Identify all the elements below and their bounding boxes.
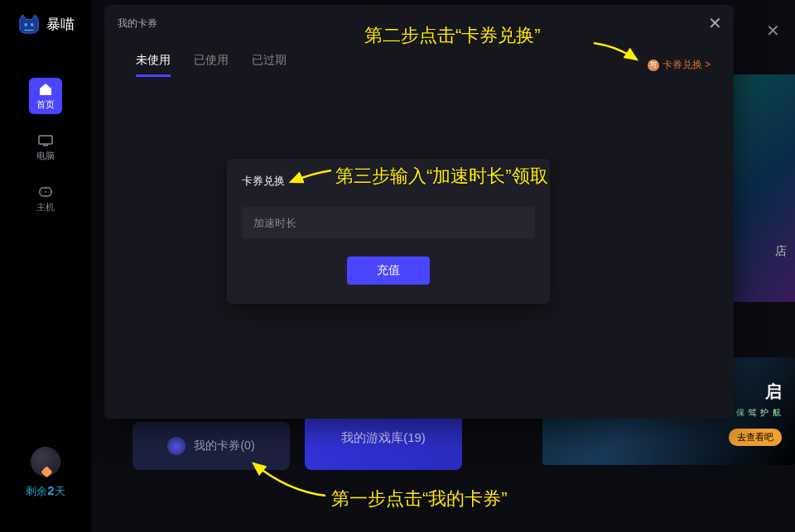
exchange-modal-close-icon[interactable]: ✕ — [530, 167, 540, 180]
svg-point-5 — [45, 191, 46, 193]
svg-rect-3 — [43, 145, 48, 146]
modal-close-icon[interactable]: ✕ — [708, 13, 722, 33]
exchange-modal: 卡券兑换 ✕ 充值 — [227, 159, 550, 304]
remaining-days: 剩余2天 — [26, 483, 65, 499]
recharge-button[interactable]: 充值 — [347, 256, 430, 285]
user-block: 剩余2天 — [26, 447, 65, 499]
exchange-link-label: 卡券兑换 > — [662, 58, 711, 72]
console-icon — [37, 185, 54, 199]
exchange-link[interactable]: 与 卡券兑换 > — [648, 58, 711, 72]
tab-expired[interactable]: 已过期 — [252, 53, 287, 77]
sidebar: 暴喵 首页 电脑 主机 剩余2天 — [0, 0, 91, 532]
nav-label: 首页 — [36, 98, 55, 111]
brand-logo: 暴喵 — [17, 12, 75, 36]
monitor-icon — [37, 133, 54, 148]
nav-pc[interactable]: 电脑 — [29, 129, 62, 165]
modal-title: 我的卡券 — [118, 17, 157, 31]
svg-point-1 — [31, 23, 34, 26]
tabs: 未使用 已使用 已过期 — [136, 53, 287, 77]
promo2-cta-button[interactable]: 去查看吧 — [729, 429, 782, 446]
nav-label: 主机 — [36, 201, 55, 213]
cat-logo-icon — [17, 12, 41, 36]
home-icon — [37, 82, 54, 97]
promo-banner-label: 店 — [775, 244, 787, 259]
card-icon — [167, 437, 186, 455]
my-library-label: 我的游戏库(19) — [341, 430, 426, 446]
my-cards-button[interactable]: 我的卡券(0) — [132, 422, 290, 470]
nav-console[interactable]: 主机 — [29, 180, 62, 217]
nav-home[interactable]: 首页 — [29, 78, 62, 114]
svg-point-0 — [24, 23, 27, 26]
coin-icon: 与 — [648, 60, 659, 71]
svg-rect-2 — [39, 136, 52, 144]
promo2-title: 启 — [765, 381, 782, 403]
avatar[interactable] — [31, 447, 60, 477]
tab-unused[interactable]: 未使用 — [136, 53, 171, 77]
my-cards-label: 我的卡券(0) — [194, 439, 254, 453]
nav-label: 电脑 — [36, 150, 55, 162]
brand-name: 暴喵 — [46, 15, 75, 34]
tab-used[interactable]: 已使用 — [194, 53, 229, 77]
duration-input[interactable] — [242, 207, 535, 238]
exchange-modal-title: 卡券兑换 — [242, 174, 535, 189]
cards-modal: 我的卡券 ✕ 未使用 已使用 已过期 与 卡券兑换 > 卡券兑换 ✕ 充值 — [104, 5, 734, 419]
window-close-icon[interactable]: ✕ — [766, 21, 780, 41]
